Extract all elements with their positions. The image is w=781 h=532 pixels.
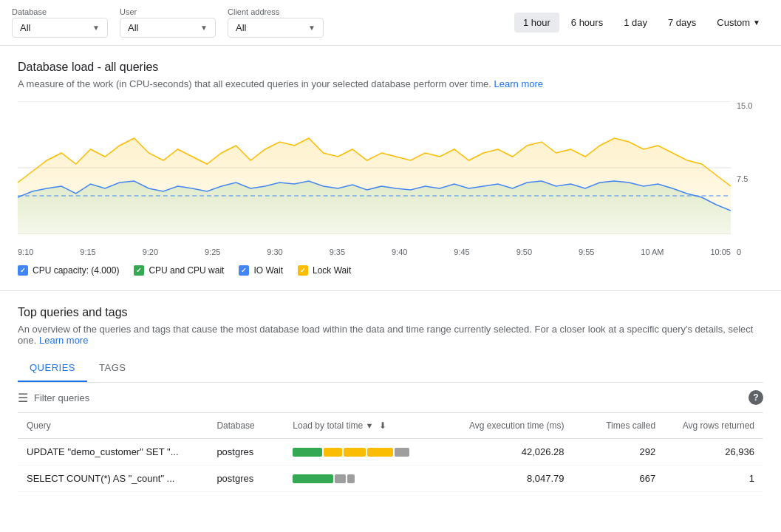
cell-times-called: 667 — [573, 466, 665, 492]
cell-times-called: 292 — [573, 439, 665, 466]
tab-tags[interactable]: TAGS — [87, 355, 137, 382]
x-label-8: 9:50 — [516, 248, 532, 256]
time-1hour-button[interactable]: 1 hour — [514, 13, 559, 33]
user-label: User — [120, 7, 216, 16]
chart-y-labels: 15.0 7.5 0 — [734, 101, 763, 256]
database-load-title: Database load - all queries — [18, 61, 763, 74]
header-times-called: Times called — [573, 413, 665, 439]
database-load-section: Database load - all queries A measure of… — [0, 46, 781, 291]
header-avg-exec: Avg execution time (ms) — [451, 413, 573, 439]
legend-lock-wait-checkbox: ✓ — [298, 265, 308, 276]
client-address-value: All — [236, 22, 246, 33]
filter-queries-label[interactable]: Filter queries — [34, 392, 89, 403]
cell-database: postgres — [208, 466, 284, 492]
legend-cpu-capacity[interactable]: ✓ CPU capacity: (4.000) — [18, 265, 119, 276]
x-label-5: 9:35 — [330, 248, 345, 256]
cell-query: SELECT COUNT(*) AS "_count" ... — [18, 466, 208, 492]
database-arrow-icon: ▼ — [92, 24, 100, 32]
client-address-select[interactable]: All ▼ — [228, 18, 324, 38]
legend-io-wait-checkbox: ✓ — [239, 265, 249, 276]
cell-avg-exec: 8,047.79 — [451, 466, 573, 492]
time-1day-button[interactable]: 1 day — [615, 13, 656, 33]
top-queries-desc: An overview of the queries and tags that… — [18, 324, 763, 346]
cell-avg-rows: 1 — [664, 466, 763, 492]
x-label-7: 9:45 — [454, 248, 469, 256]
y-label-mid: 7.5 — [737, 174, 760, 183]
top-queries-title: Top queries and tags — [18, 306, 763, 319]
help-icon[interactable]: ? — [748, 390, 763, 405]
load-bar-segment — [395, 448, 409, 457]
load-bar-segment — [344, 448, 366, 457]
cell-database: postgres — [208, 439, 284, 466]
cell-load — [284, 439, 451, 466]
database-label: Database — [12, 7, 108, 16]
chart-container: 15.0 7.5 0 — [18, 101, 763, 256]
x-label-10: 10 AM — [641, 248, 664, 256]
header-database: Database — [208, 413, 284, 439]
download-icon[interactable]: ⬇ — [379, 420, 386, 431]
filter-bar: Database All ▼ User All ▼ Client address… — [0, 0, 781, 46]
legend-cpu-wait[interactable]: ✓ CPU and CPU wait — [134, 265, 224, 276]
header-query: Query — [18, 413, 208, 439]
database-value: All — [20, 22, 30, 33]
x-label-1: 9:15 — [80, 248, 95, 256]
tab-queries[interactable]: QUERIES — [18, 355, 87, 382]
filter-input-area: ☰ Filter queries — [18, 391, 89, 405]
user-select[interactable]: All ▼ — [120, 18, 216, 38]
y-label-bottom: 0 — [737, 248, 760, 256]
time-controls: 1 hour 6 hours 1 day 7 days Custom ▼ — [514, 13, 769, 33]
database-select[interactable]: All ▼ — [12, 18, 108, 38]
custom-label: Custom — [717, 17, 750, 28]
client-address-filter-group: Client address All ▼ — [228, 7, 324, 38]
time-custom-button[interactable]: Custom ▼ — [708, 13, 769, 33]
table-header-row: Query Database Load by total time ▼ ⬇ Av… — [18, 413, 763, 439]
load-bar-segment — [367, 448, 393, 457]
filter-icon: ☰ — [18, 391, 28, 405]
x-label-2: 9:20 — [143, 248, 158, 256]
legend-cpu-wait-checkbox: ✓ — [134, 265, 144, 276]
cell-query: UPDATE "demo_customer" SET "... — [18, 439, 208, 466]
client-address-label: Client address — [228, 7, 324, 16]
time-6hours-button[interactable]: 6 hours — [562, 13, 612, 33]
x-label-6: 9:40 — [392, 248, 407, 256]
x-label-0: 9:10 — [18, 248, 33, 256]
cell-load — [284, 466, 451, 492]
tabs: QUERIES TAGS — [18, 355, 763, 383]
table-row[interactable]: UPDATE "demo_customer" SET "... postgres… — [18, 439, 763, 466]
legend-lock-wait[interactable]: ✓ Lock Wait — [298, 265, 351, 276]
database-filter-group: Database All ▼ — [12, 7, 108, 38]
time-7days-button[interactable]: 7 days — [659, 13, 705, 33]
top-queries-learn-more[interactable]: Learn more — [39, 335, 88, 346]
cell-avg-rows: 26,936 — [664, 439, 763, 466]
x-label-3: 9:25 — [205, 248, 220, 256]
query-filter-row: ☰ Filter queries ? — [18, 383, 763, 413]
header-load[interactable]: Load by total time ▼ ⬇ — [284, 413, 451, 439]
legend-cpu-wait-label: CPU and CPU wait — [149, 265, 224, 276]
user-arrow-icon: ▼ — [200, 24, 208, 32]
load-bar-segment — [347, 474, 355, 483]
legend-io-wait[interactable]: ✓ IO Wait — [239, 265, 283, 276]
user-value: All — [128, 22, 138, 33]
chart-x-labels: 9:10 9:15 9:20 9:25 9:30 9:35 9:40 9:45 … — [18, 248, 731, 256]
top-queries-desc-text: An overview of the queries and tags that… — [18, 324, 753, 346]
cell-avg-exec: 42,026.28 — [451, 439, 573, 466]
chart-legend: ✓ CPU capacity: (4.000) ✓ CPU and CPU wa… — [18, 265, 763, 276]
legend-lock-wait-label: Lock Wait — [313, 265, 351, 276]
load-bar-segment — [293, 474, 333, 483]
load-bar-segment — [324, 448, 342, 457]
queries-table: Query Database Load by total time ▼ ⬇ Av… — [18, 413, 763, 492]
database-load-desc-text: A measure of the work (in CPU-seconds) t… — [18, 78, 491, 89]
y-label-top: 15.0 — [737, 101, 760, 110]
legend-cpu-capacity-checkbox: ✓ — [18, 265, 28, 276]
custom-arrow-icon: ▼ — [753, 18, 760, 27]
x-label-4: 9:30 — [267, 248, 282, 256]
user-filter-group: User All ▼ — [120, 7, 216, 38]
x-label-11: 10:05 — [710, 248, 731, 256]
legend-cpu-capacity-label: CPU capacity: (4.000) — [33, 265, 119, 276]
chart-svg — [18, 101, 731, 234]
database-load-desc: A measure of the work (in CPU-seconds) t… — [18, 78, 763, 89]
table-row[interactable]: SELECT COUNT(*) AS "_count" ... postgres… — [18, 466, 763, 492]
database-load-learn-more[interactable]: Learn more — [494, 78, 543, 89]
load-bar-segment — [335, 474, 346, 483]
load-bar-segment — [293, 448, 322, 457]
